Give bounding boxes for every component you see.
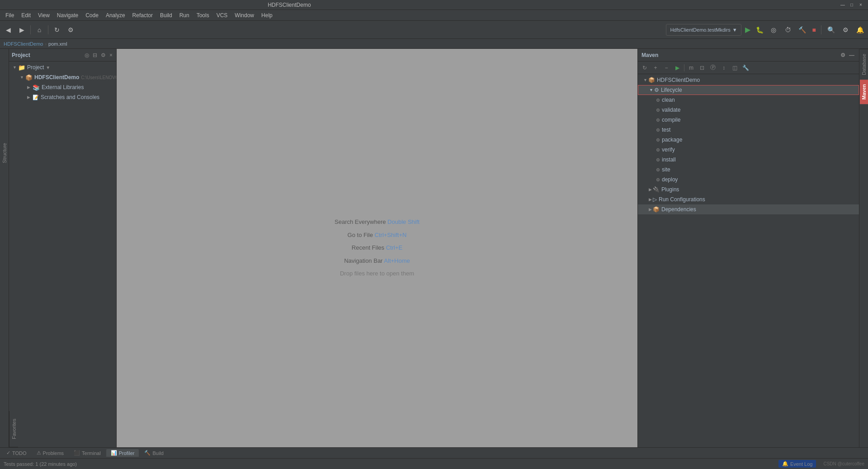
shortcut-goto-file: Ctrl+Shift+N bbox=[375, 232, 407, 238]
maximize-button[interactable]: □ bbox=[848, 2, 855, 8]
external-libs-icon: 📚 bbox=[33, 84, 40, 91]
hdfs-arrow: ▼ bbox=[20, 75, 25, 80]
search-everywhere-button[interactable]: 🔍 bbox=[825, 24, 837, 36]
menu-tools[interactable]: Tools bbox=[193, 11, 213, 19]
coverage-button[interactable]: ◎ bbox=[767, 24, 780, 36]
maven-add-btn[interactable]: + bbox=[651, 63, 660, 73]
status-bar: Tests passed: 1 (22 minutes ago) 🔔 Event… bbox=[0, 458, 868, 469]
maven-package-label: package bbox=[662, 137, 682, 143]
tab-terminal-label: Terminal bbox=[82, 450, 101, 456]
tab-build[interactable]: 🔨 Build bbox=[140, 449, 168, 457]
maven-item-verify[interactable]: ⚙ verify bbox=[638, 145, 859, 155]
toolbar-home-button[interactable]: ⌂ bbox=[33, 24, 46, 36]
settings-button[interactable]: ⚙ bbox=[839, 24, 852, 36]
project-panel-settings-btn[interactable]: ⚙ bbox=[100, 51, 107, 59]
maven-item-deploy[interactable]: ⚙ deploy bbox=[638, 175, 859, 185]
menu-run[interactable]: Run bbox=[176, 11, 193, 19]
maven-item-lifecycle[interactable]: ▼ ⚙ Lifecycle bbox=[638, 85, 859, 95]
maven-item-site[interactable]: ⚙ site bbox=[638, 165, 859, 175]
tree-item-project[interactable]: ▼ 📁 Project ▼ bbox=[9, 62, 116, 72]
menu-help[interactable]: Help bbox=[258, 11, 276, 19]
project-dropdown-icon[interactable]: ▼ bbox=[46, 65, 50, 70]
structure-tab[interactable]: Structure bbox=[1, 139, 8, 167]
maven-item-package[interactable]: ⚙ package bbox=[638, 135, 859, 145]
maven-compile-icon: ⚙ bbox=[656, 118, 660, 123]
tab-terminal[interactable]: ⬛ Terminal bbox=[69, 449, 105, 457]
tab-todo-label: TODO bbox=[12, 450, 27, 456]
breadcrumb-file[interactable]: pom.xml bbox=[48, 41, 67, 47]
maven-show-diagram-btn[interactable]: ◫ bbox=[730, 63, 740, 73]
menu-edit[interactable]: Edit bbox=[18, 11, 34, 19]
close-button[interactable]: × bbox=[857, 2, 864, 8]
tree-item-scratches[interactable]: ▶ 📝 Scratches and Consoles bbox=[9, 92, 116, 102]
menu-navigate[interactable]: Navigate bbox=[53, 11, 82, 19]
maven-profiles-btn[interactable]: Ⓟ bbox=[708, 63, 718, 73]
run-config-dropdown-icon: ▼ bbox=[732, 27, 737, 33]
event-log-button[interactable]: 🔔 Event Log bbox=[778, 460, 816, 468]
menu-build[interactable]: Build bbox=[156, 11, 176, 19]
maven-root-arrow: ▼ bbox=[643, 78, 647, 82]
maven-item-compile[interactable]: ⚙ compile bbox=[638, 115, 859, 125]
project-panel-collapse-btn[interactable]: ⊟ bbox=[92, 51, 98, 59]
minimize-button[interactable]: — bbox=[839, 2, 846, 8]
menu-analyze[interactable]: Analyze bbox=[102, 11, 129, 19]
hint-recent-files: Recent Files Ctrl+E bbox=[335, 242, 420, 255]
maven-refresh-btn[interactable]: ↻ bbox=[640, 63, 650, 73]
maven-package-icon: ⚙ bbox=[656, 137, 660, 142]
title-bar: HDFSClientDemo — □ × bbox=[0, 0, 868, 10]
maven-item-install[interactable]: ⚙ install bbox=[638, 155, 859, 165]
toolbar-settings-button[interactable]: ⚙ bbox=[64, 24, 77, 36]
maven-remove-btn[interactable]: − bbox=[661, 63, 671, 73]
maven-settings-btn[interactable]: ⚙ bbox=[840, 51, 846, 59]
tab-problems[interactable]: ⚠ Problems bbox=[32, 449, 68, 457]
project-panel-close-btn[interactable]: × bbox=[108, 51, 113, 59]
tab-profiler[interactable]: 📊 Profiler bbox=[106, 449, 139, 457]
notifications-button[interactable]: 🔔 bbox=[854, 24, 866, 36]
maven-item-test[interactable]: ⚙ test bbox=[638, 125, 859, 135]
hint-goto-file: Go to File Ctrl+Shift+N bbox=[335, 229, 420, 242]
maven-generate-btn[interactable]: ↕ bbox=[719, 63, 729, 73]
maven-item-validate[interactable]: ⚙ validate bbox=[638, 105, 859, 115]
run-button[interactable]: ▶ bbox=[743, 25, 752, 34]
maven-item-run-configs[interactable]: ▶ ▷ Run Configurations bbox=[638, 194, 859, 204]
maven-item-clean[interactable]: ⚙ clean bbox=[638, 95, 859, 105]
tab-todo[interactable]: ✓ TODO bbox=[2, 449, 31, 457]
maven-skip-tests-btn[interactable]: ⊡ bbox=[697, 63, 707, 73]
maven-side-tab[interactable]: Maven bbox=[860, 80, 868, 104]
tree-hdfs-label: HDFSClientDemo bbox=[34, 74, 79, 81]
tree-item-external-libs[interactable]: ▶ 📚 External Libraries bbox=[9, 82, 116, 92]
database-tab[interactable]: Database bbox=[860, 49, 868, 80]
menu-view[interactable]: View bbox=[34, 11, 53, 19]
toolbar-back-button[interactable]: ◀ bbox=[2, 24, 14, 36]
maven-item-root[interactable]: ▼ 📦 HDFSClientDemo bbox=[638, 75, 859, 85]
maven-wrench-btn[interactable]: 🔧 bbox=[741, 63, 750, 73]
maven-hide-btn[interactable]: — bbox=[848, 51, 855, 59]
breadcrumb-project[interactable]: HDFSClientDemo bbox=[4, 41, 43, 47]
menu-code[interactable]: Code bbox=[82, 11, 102, 19]
menu-refactor[interactable]: Refactor bbox=[129, 11, 156, 19]
toolbar-sync-button[interactable]: ↻ bbox=[51, 24, 63, 36]
maven-validate-label: validate bbox=[662, 107, 680, 113]
toolbar-forward-button[interactable]: ▶ bbox=[15, 24, 28, 36]
menu-vcs[interactable]: VCS bbox=[213, 11, 231, 19]
project-panel-locate-btn[interactable]: ◎ bbox=[84, 51, 90, 59]
tab-profiler-label: Profiler bbox=[119, 450, 135, 456]
tree-item-hdfs[interactable]: ▼ 📦 HDFSClientDemo C:\Users\LENOVO bbox=[9, 72, 116, 82]
menu-file[interactable]: File bbox=[2, 11, 18, 19]
buildall-button[interactable]: 🔨 bbox=[796, 24, 809, 36]
maven-item-plugins[interactable]: ▶ 🔌 Plugins bbox=[638, 185, 859, 194]
stop-button[interactable]: ■ bbox=[811, 26, 818, 33]
project-panel: Project ◎ ⊟ ⚙ × ▼ 📁 Project ▼ bbox=[9, 49, 117, 447]
event-log-icon: 🔔 bbox=[782, 461, 788, 467]
menu-window[interactable]: Window bbox=[231, 11, 258, 19]
breadcrumb-bar: HDFSClientDemo › pom.xml bbox=[0, 39, 868, 49]
favorites-strip[interactable]: Favorites bbox=[9, 411, 18, 447]
profile-button[interactable]: ⏱ bbox=[782, 24, 794, 36]
maven-run-goals-btn[interactable]: m bbox=[686, 63, 696, 73]
terminal-icon: ⬛ bbox=[74, 450, 80, 456]
editor-area[interactable]: Search Everywhere Double Shift Go to Fil… bbox=[117, 49, 637, 447]
maven-item-dependencies[interactable]: ▶ 📦 Dependencies bbox=[638, 204, 859, 214]
maven-run-btn[interactable]: ▶ bbox=[672, 63, 682, 73]
run-config-selector[interactable]: HdfsClientDemo.testMkdirs ▼ bbox=[666, 24, 741, 36]
debug-button[interactable]: 🐛 bbox=[754, 26, 765, 33]
